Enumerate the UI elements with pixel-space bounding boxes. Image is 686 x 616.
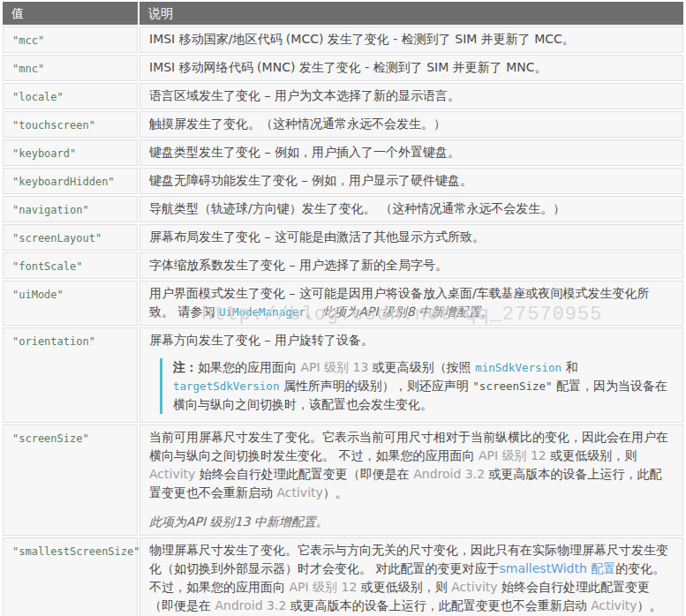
text-segment: 或更低级别，则 (547, 448, 637, 462)
table-header-row: 值 说明 (3, 2, 683, 25)
text-segment: 键盘类型发生了变化 – 例如，用户插入了一个外置键盘。 (149, 145, 460, 159)
text-segment: Android 3.2 (413, 467, 485, 481)
config-value-cell: "orientation" (3, 327, 138, 423)
table-row: "locale"语言区域发生了变化 – 用户为文本选择了新的显示语言。 (3, 83, 683, 109)
table-row: "touchscreen"触摸屏发生了变化。（这种情况通常永远不会发生。） (3, 111, 683, 138)
text-segment: 。 (305, 304, 321, 319)
text-segment: 或更低级别，则 (357, 580, 451, 594)
description-paragraph: IMSI 移动国家/地区代码 (MCC) 发生了变化 - 检测到了 SIM 并更… (149, 30, 674, 49)
config-value-cell: "uiMode" (3, 281, 138, 326)
text-segment: 键盘无障碍功能发生了变化 – 例如，用户显示了硬件键盘。 (149, 173, 472, 187)
description-cell: 屏幕方向发生了变化 – 用户旋转了设备。注：如果您的应用面向 API 级别 13… (139, 327, 683, 423)
doc-link[interactable]: minSdkVersion (475, 361, 562, 374)
text-segment: 或更高级别（按照 (368, 360, 475, 374)
description-paragraph: 用户界面模式发生了变化 – 这可能是因用户将设备放入桌面/车载基座或夜间模式发生… (149, 284, 674, 321)
description-cell: IMSI 移动国家/地区代码 (MCC) 发生了变化 - 检测到了 SIM 并更… (139, 26, 683, 53)
description-cell: 语言区域发生了变化 – 用户为文本选择了新的显示语言。 (139, 83, 683, 109)
text-segment: 注： (173, 360, 198, 374)
table-row: "keyboardHidden"键盘无障碍功能发生了变化 – 例如，用户显示了硬… (3, 168, 683, 194)
config-value-cell: "touchscreen" (3, 111, 138, 138)
description-paragraph: 字体缩放系数发生了变化 – 用户选择了新的全局字号。 (149, 256, 674, 274)
column-header-description: 说明 (139, 2, 683, 25)
text-segment: ）。 (323, 485, 348, 500)
text-segment: 始终会自行处理此配置变更（即便是在 (195, 467, 413, 481)
description-cell: 当前可用屏幕尺寸发生了变化。它表示当前可用尺寸相对于当前纵横比的变化，因此会在用… (139, 424, 683, 536)
description-cell: IMSI 移动网络代码 (MNC) 发生了变化 - 检测到了 SIM 并更新了 … (139, 55, 683, 81)
table-row: "fontScale"字体缩放系数发生了变化 – 用户选择了新的全局字号。 (3, 252, 683, 279)
description-cell: 屏幕布局发生了变化 – 这可能是由激活了其他显示方式所致。 (139, 224, 683, 251)
text-segment: API 级别 13 (300, 360, 368, 374)
config-changes-table-wrap: 值 说明 "mcc"IMSI 移动国家/地区代码 (MCC) 发生了变化 - 检… (0, 0, 686, 616)
text-segment: API 级别 12 (289, 580, 357, 594)
text-segment: 此项为API 级别13 中新增配置。 (149, 515, 328, 529)
description-cell: 字体缩放系数发生了变化 – 用户选择了新的全局字号。 (139, 252, 683, 279)
table-row: "screenLayout"屏幕布局发生了变化 – 这可能是由激活了其他显示方式… (3, 224, 683, 251)
config-value-cell: "mcc" (3, 26, 138, 53)
description-paragraph: 导航类型（轨迹球/方向键）发生了变化。 （这种情况通常永远不会发生。） (149, 199, 674, 218)
config-value-cell: "locale" (3, 83, 138, 109)
table-row: "smallestScreenSize"物理屏幕尺寸发生了变化。它表示与方向无关… (3, 537, 683, 616)
table-row: "uiMode"用户界面模式发生了变化 – 这可能是因用户将设备放入桌面/车载基… (3, 281, 683, 326)
description-paragraph: IMSI 移动网络代码 (MNC) 发生了变化 - 检测到了 SIM 并更新了 … (149, 58, 674, 77)
table-row: "keyboard"键盘类型发生了变化 – 例如，用户插入了一个外置键盘。 (3, 139, 683, 166)
text-segment: IMSI 移动网络代码 (MNC) 发生了变化 - 检测到了 SIM 并更新了 … (149, 60, 547, 74)
text-segment: Activity (149, 467, 195, 481)
description-cell: 触摸屏发生了变化。（这种情况通常永远不会发生。） (139, 111, 683, 138)
description-cell: 用户界面模式发生了变化 – 这可能是因用户将设备放入桌面/车载基座或夜间模式发生… (139, 281, 683, 326)
description-paragraph: 屏幕方向发生了变化 – 用户旋转了设备。 (149, 331, 674, 349)
description-cell: 键盘无障碍功能发生了变化 – 例如，用户显示了硬件键盘。 (139, 168, 683, 194)
description-paragraph: 键盘类型发生了变化 – 例如，用户插入了一个外置键盘。 (149, 143, 674, 162)
table-row: "screenSize"当前可用屏幕尺寸发生了变化。它表示当前可用尺寸相对于当前… (3, 424, 683, 536)
table-row: "navigation"导航类型（轨迹球/方向键）发生了变化。 （这种情况通常永… (3, 196, 683, 222)
text-segment: API 级别 12 (479, 448, 547, 462)
text-segment: 和 (562, 360, 577, 374)
description-cell: 键盘类型发生了变化 – 例如，用户插入了一个外置键盘。 (139, 139, 683, 166)
text-segment: 此项为API 级别8 中新增配置。 (321, 304, 493, 319)
table-row: "mnc"IMSI 移动网络代码 (MNC) 发生了变化 - 检测到了 SIM … (3, 55, 683, 81)
text-segment: 字体缩放系数发生了变化 – 用户选择了新的全局字号。 (149, 258, 448, 272)
config-value-cell: "screenLayout" (3, 224, 138, 251)
description-paragraph: 屏幕布局发生了变化 – 这可能是由激活了其他显示方式所致。 (149, 228, 674, 246)
text-segment: Activity (276, 485, 322, 500)
text-segment: ）。 (637, 598, 662, 612)
table-body: "mcc"IMSI 移动国家/地区代码 (MCC) 发生了变化 - 检测到了 S… (3, 26, 683, 616)
description-paragraph: 语言区域发生了变化 – 用户为文本选择了新的显示语言。 (149, 86, 674, 105)
description-cell: 物理屏幕尺寸发生了变化。它表示与方向无关的尺寸变化，因此只有在实际物理屏幕尺寸发… (139, 537, 683, 616)
description-cell: 导航类型（轨迹球/方向键）发生了变化。 （这种情况通常永远不会发生。） (139, 196, 683, 222)
note-callout: 注：如果您的应用面向 API 级别 13 或更高级别（按照 minSdkVers… (160, 358, 674, 414)
doc-link[interactable]: smallestWidth 配置 (499, 561, 615, 575)
table-row: "orientation"屏幕方向发生了变化 – 用户旋转了设备。注：如果您的应… (3, 327, 683, 423)
column-header-value: 值 (3, 2, 138, 25)
config-value-cell: "keyboard" (3, 139, 138, 166)
description-paragraph: 触摸屏发生了变化。（这种情况通常永远不会发生。） (149, 115, 674, 133)
text-segment: "screenSize" (472, 379, 552, 393)
table-header: 值 说明 (3, 2, 683, 25)
config-value-cell: "fontScale" (3, 252, 138, 279)
text-segment: 如果您的应用面向 (198, 360, 300, 374)
table-row: "mcc"IMSI 移动国家/地区代码 (MCC) 发生了变化 - 检测到了 S… (3, 26, 683, 53)
text-segment: 或更高版本的设备上运行，此配置变更也不会重新启动 (286, 598, 591, 612)
config-value-cell: "smallestScreenSize" (3, 537, 138, 616)
doc-link[interactable]: UiModeManager (219, 305, 305, 319)
config-value-cell: "keyboardHidden" (3, 168, 138, 194)
text-segment: 屏幕布局发生了变化 – 这可能是由激活了其他显示方式所致。 (149, 229, 485, 244)
text-segment: Activity (451, 580, 497, 594)
description-paragraph: 键盘无障碍功能发生了变化 – 例如，用户显示了硬件键盘。 (149, 171, 674, 190)
text-segment: 属性所声明的级别），则还应声明 (279, 379, 472, 393)
config-value-cell: "mnc" (3, 55, 138, 81)
text-segment: 触摸屏发生了变化。（这种情况通常永远不会发生。） (149, 116, 446, 131)
config-value-cell: "navigation" (3, 196, 138, 222)
description-paragraph: 物理屏幕尺寸发生了变化。它表示与方向无关的尺寸变化，因此只有在实际物理屏幕尺寸发… (149, 541, 674, 615)
description-paragraph: 此项为API 级别13 中新增配置。 (149, 513, 674, 531)
text-segment: 导航类型（轨迹球/方向键）发生了变化。 （这种情况通常永远不会发生。） (149, 201, 565, 215)
text-segment: IMSI 移动国家/地区代码 (MCC) 发生了变化 - 检测到了 SIM 并更… (149, 32, 575, 46)
text-segment: Android 3.2 (215, 598, 286, 612)
config-value-cell: "screenSize" (3, 424, 138, 536)
text-segment: 语言区域发生了变化 – 用户为文本选择了新的显示语言。 (149, 88, 460, 102)
config-changes-table: 值 说明 "mcc"IMSI 移动国家/地区代码 (MCC) 发生了变化 - 检… (1, 0, 685, 616)
text-segment: Activity (591, 598, 637, 612)
text-segment: 屏幕方向发生了变化 – 用户旋转了设备。 (149, 333, 373, 347)
description-paragraph: 当前可用屏幕尺寸发生了变化。它表示当前可用尺寸相对于当前纵横比的变化，因此会在用… (149, 428, 674, 502)
doc-link[interactable]: targetSdkVersion (173, 379, 279, 393)
